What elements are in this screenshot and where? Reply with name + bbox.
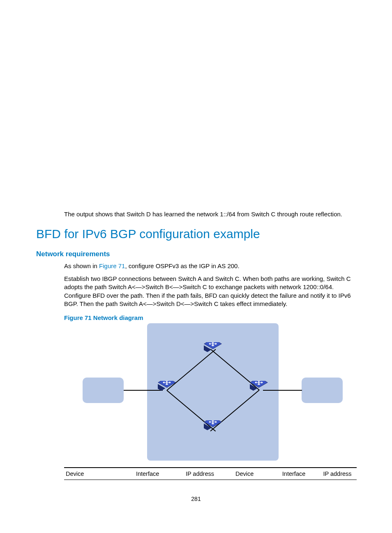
network-diagram <box>64 323 357 463</box>
heading-1: BFD for IPv6 BGP configuration example <box>36 227 260 241</box>
para1-suffix: , configure OSPFv3 as the IGP in AS 200. <box>125 262 239 269</box>
switch-b-icon <box>204 342 222 360</box>
col-interface-2: Interface <box>281 468 322 480</box>
link-line-left <box>124 390 163 391</box>
right-network-box <box>302 378 343 403</box>
heading-2: Network requirements <box>36 250 110 258</box>
switch-a-icon <box>158 381 176 399</box>
figure-link[interactable]: Figure 71 <box>99 262 125 269</box>
col-ip-1: IP address <box>184 468 234 480</box>
para1-prefix: As shown in <box>64 262 99 269</box>
switch-c-icon <box>250 381 268 399</box>
link-line-right <box>263 390 302 391</box>
col-interface-1: Interface <box>134 468 184 480</box>
table-header-row: Device Interface IP address Device Inter… <box>64 468 357 480</box>
left-network-box <box>83 378 124 403</box>
page-number: 281 <box>0 496 392 502</box>
device-table: Device Interface IP address Device Inter… <box>64 467 357 480</box>
figure-caption: Figure 71 Network diagram <box>64 314 143 321</box>
intro-text: The output shows that Switch D has learn… <box>64 211 342 218</box>
paragraph-1: As shown in Figure 71, configure OSPFv3 … <box>64 262 240 269</box>
col-device-1: Device <box>64 468 134 480</box>
paragraph-2: Establish two IBGP connections between S… <box>64 275 357 308</box>
col-ip-2: IP address <box>322 468 357 480</box>
col-device-2: Device <box>234 468 281 480</box>
switch-d-icon <box>204 420 222 438</box>
